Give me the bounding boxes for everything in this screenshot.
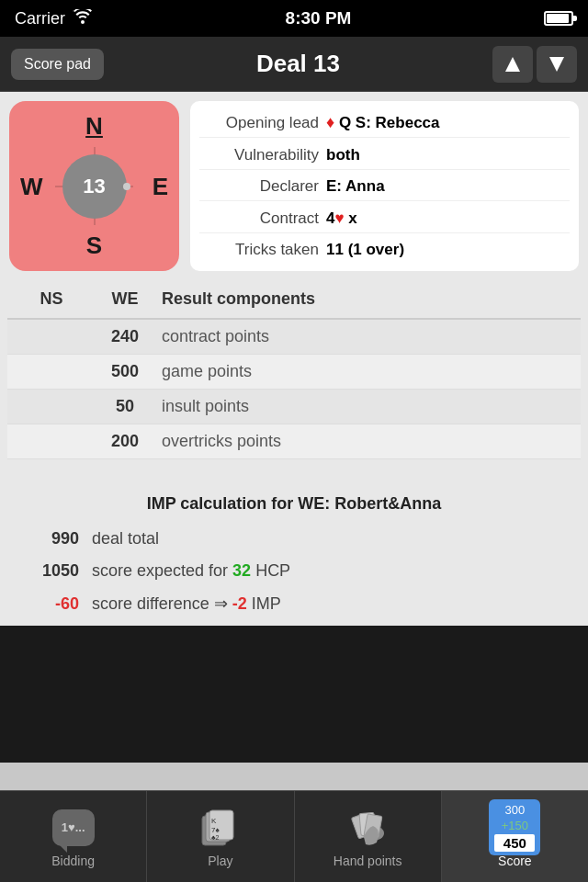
vulnerability-value: both [326,146,360,164]
deal-info-row: N S W E 13 Opening lead ♦ Q S: Rebecca V… [0,92,588,280]
tab-play[interactable]: K 7♠ ♣2 Play [147,791,294,882]
imp-row-expected: 1050 score expected for 32 HCP [15,555,573,587]
score-line-2: +150 [494,819,535,834]
svg-marker-0 [505,57,520,72]
compass-north: N [85,112,103,141]
imp-row-total: 990 deal total [15,523,573,555]
opening-lead-row: Opening lead ♦ Q S: Rebecca [199,108,570,138]
spacer [0,467,588,485]
tricks-taken-label: Tricks taken [199,241,319,259]
table-row: 50 insult points [7,390,581,424]
play-tab-label: Play [208,854,232,868]
imp-title: IMP calculation for WE: Robert&Anna [15,494,573,514]
deal-number: 13 [83,175,105,198]
handpoints-tab-label: Hand points [334,854,402,868]
contract-row: Contract 4♥ x [199,205,570,233]
compass-east: E [153,172,168,200]
col-we-header: WE [88,289,162,309]
battery-icon [544,11,573,26]
imp-section: IMP calculation for WE: Robert&Anna 990 … [0,485,588,626]
deal-title: Deal 13 [256,50,340,78]
vulnerability-row: Vulnerability both [199,141,570,170]
header: Score pad Deal 13 [0,37,588,92]
bottom-spacer [0,763,588,790]
handpoints-tab-icon [345,806,390,850]
navigation-arrows [492,46,577,83]
svg-text:K: K [211,817,217,825]
contract-label: Contract [199,209,319,228]
compass-south: S [86,232,102,260]
declarer-value: E: Anna [326,177,385,196]
table-row: 500 game points [7,355,581,390]
play-tab-icon: K 7♠ ♣2 [198,806,243,850]
tab-bidding[interactable]: 1♥... Bidding [0,791,147,882]
contract-value: 4♥ x [326,209,357,228]
score-line-1: 300 [494,803,535,819]
table-row: 200 overtricks points [7,424,581,459]
tab-handpoints[interactable]: Hand points [295,791,442,882]
score-tab-label: Score [498,854,532,868]
declarer-label: Declarer [199,177,319,196]
svg-text:7♠: 7♠ [211,826,220,834]
tab-score[interactable]: 300 +150 450 Score [442,791,588,882]
tricks-taken-value: 11 (1 over) [326,241,404,259]
score-pad-button[interactable]: Score pad [11,49,104,80]
status-time: 8:30 PM [286,8,352,28]
tab-bar: 1♥... Bidding K 7♠ ♣2 Play [0,790,588,882]
svg-marker-1 [549,57,564,72]
col-ns-header: NS [15,289,88,309]
opening-lead-value: ♦ Q S: Rebecca [326,113,440,132]
col-result-header: Result components [162,289,573,309]
table-row: 240 contract points [7,320,581,355]
score-tab-icon: 300 +150 450 [489,806,540,850]
score-line-3: 450 [494,834,535,852]
next-deal-button[interactable] [537,46,577,83]
status-bar: Carrier 8:30 PM [0,0,588,37]
vulnerability-label: Vulnerability [199,146,319,164]
compass-center: 13 [62,154,127,219]
tricks-taken-row: Tricks taken 11 (1 over) [199,236,570,264]
carrier-label: Carrier [15,9,65,28]
declarer-row: Declarer E: Anna [199,173,570,201]
table-header: NS WE Result components [7,280,581,320]
prev-deal-button[interactable] [492,46,533,83]
deal-details: Opening lead ♦ Q S: Rebecca Vulnerabilit… [190,101,579,271]
score-table: NS WE Result components 240 contract poi… [0,280,588,467]
compass-west: W [20,172,43,200]
opening-lead-label: Opening lead [199,114,319,132]
compass: N S W E 13 [9,101,179,271]
wifi-icon [73,9,93,28]
svg-text:♣2: ♣2 [211,834,220,841]
bidding-tab-label: Bidding [51,854,95,868]
imp-row-difference: -60 score difference ⇒ -2 IMP [15,587,573,620]
bidding-tab-icon: 1♥... [51,806,96,850]
